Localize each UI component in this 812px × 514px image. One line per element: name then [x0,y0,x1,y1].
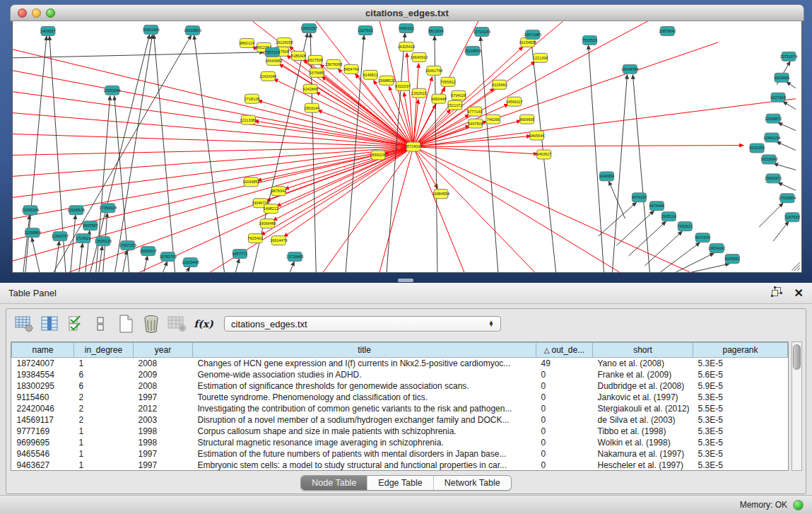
scrollbar-thumb[interactable] [793,344,801,370]
graph-node[interactable]: 16914479 [270,236,287,245]
table-cell[interactable]: Wolkin et al. (1998) [593,437,693,448]
graph-node[interactable]: 15688520 [378,76,395,85]
table-cell[interactable]: 0 [536,369,593,380]
table-row[interactable]: 911546021997Tourette syndrome. Phenomeno… [12,392,788,403]
table-cell[interactable]: 2 [74,414,134,426]
table-cell[interactable]: 0 [536,392,593,403]
graph-node[interactable]: 9990448 [431,94,446,103]
network-view-window[interactable]: citations_edges.txt 18724007986012489129… [10,4,804,278]
graph-node[interactable]: 12213382 [240,115,257,124]
table-selector-dropdown[interactable]: citations_edges.txt ▲▼ [224,316,501,332]
graph-node[interactable]: 2409557 [40,26,55,35]
table-cell[interactable]: 1997 [134,460,193,471]
table-cell[interactable]: 2012 [134,403,193,414]
panel-divider-handle[interactable] [398,279,413,282]
graph-node[interactable]: 23676068 [325,59,342,69]
table-cell[interactable]: 9699695 [12,437,74,448]
graph-node[interactable]: 8215955 [749,144,764,153]
table-cell[interactable]: 6 [74,380,134,392]
graph-node[interactable]: 12923448 [182,258,199,267]
table-cell[interactable]: Estimation of significance thresholds fo… [193,380,536,392]
table-cell[interactable]: Jankovic et al. (1997) [593,392,693,403]
graph-node[interactable]: 7955812 [440,77,455,86]
table-cell[interactable]: Changes of HCN gene expression and I(f) … [193,358,536,369]
table-cell[interactable]: Stergiakouli et al. (2012) [593,403,693,414]
table-cell[interactable]: 49 [536,358,593,369]
graph-node[interactable]: 19166852 [242,177,259,187]
graph-node[interactable]: 1498222 [264,204,278,214]
graph-node[interactable]: 8322037 [395,81,410,90]
table-cell[interactable]: 22420046 [12,403,74,414]
graph-node[interactable]: 7932621 [678,222,693,231]
table-cell[interactable]: Tibbo et al. (1998) [593,426,693,437]
graph-node[interactable]: 20876842 [659,26,676,35]
graph-node[interactable]: 9115460 [492,80,507,89]
graph-node[interactable]: 9227343 [770,93,785,102]
table-cell[interactable]: 0 [536,403,593,414]
graph-node[interactable]: 8454749 [343,64,358,74]
table-cell[interactable]: 1 [74,460,134,471]
tab-network-table[interactable]: Network Table [434,476,511,490]
table-cell[interactable]: 19384554 [12,369,74,380]
graph-node[interactable]: 2803144 [305,103,319,112]
column-header-indegree[interactable]: in_degree [74,343,134,358]
graph-node[interactable]: 17359928 [100,204,117,213]
graph-node[interactable]: 746266 [486,115,500,124]
graph-node[interactable]: 1167533 [785,213,800,222]
graph-node[interactable]: 15692971 [765,174,782,183]
graph-node[interactable]: 2718126 [245,94,259,103]
table-cell[interactable]: Dudbridge et al. (2008) [593,380,693,392]
table-cell[interactable]: 2008 [134,358,193,369]
graph-node[interactable]: 9457771 [233,250,247,259]
graph-node[interactable]: 16671985 [524,30,541,39]
table-cell[interactable]: 2009 [134,369,193,380]
graph-node[interactable]: 17957253 [119,241,136,250]
table-cell[interactable]: 5.6E-5 [693,369,788,380]
delete-trash-icon[interactable] [141,314,162,334]
table-cell[interactable]: 1998 [134,426,193,437]
graph-node[interactable]: 6794028 [451,90,466,100]
graph-node[interactable]: 16782759 [159,252,176,262]
graph-node[interactable]: 1527602 [358,25,372,35]
table-cell[interactable]: 5.3E-5 [693,460,788,471]
graph-node[interactable]: 15226058 [276,37,293,47]
table-row[interactable]: 969969511998Structural magnetic resonanc… [12,437,788,448]
graph-node[interactable]: 15218506 [464,46,481,55]
table-cell[interactable]: 1 [74,358,134,369]
table-cell[interactable]: 9777169 [12,426,74,437]
graph-node[interactable]: 15718485 [286,252,303,262]
table-cell[interactable]: Yano et al. (2008) [593,358,693,369]
column-header-year[interactable]: year [134,343,193,358]
table-cell[interactable]: Tourette syndrome. Phenomenology and cla… [193,392,536,403]
table-row[interactable]: 946362711997Embryonic stem cells: a mode… [12,460,788,471]
graph-node[interactable]: 9474444 [649,201,664,211]
graph-node[interactable]: 9860124 [240,38,254,47]
table-cell[interactable]: 1997 [134,392,193,403]
graph-node[interactable]: 16210643 [760,155,777,164]
table-cell[interactable]: 0 [536,460,593,471]
graph-node[interactable]: 9465546 [529,131,544,140]
graph-node[interactable]: 8186328 [291,51,306,60]
graph-node[interactable]: 10653257 [300,23,317,33]
graph-node[interactable]: 16543982 [265,56,282,65]
table-cell[interactable]: 1 [74,448,134,460]
table-row[interactable]: 977716911998Corpus callosum shape and si… [12,426,788,437]
table-cell[interactable]: Franke et al. (2009) [593,369,693,380]
network-window-titlebar[interactable]: citations_edges.txt [10,4,804,21]
graph-node[interactable]: 1640954 [599,172,614,181]
graph-node[interactable]: 9878342 [271,187,286,196]
graph-node[interactable]: 9466162 [399,23,413,33]
graph-node[interactable]: 19099489 [259,219,276,228]
network-canvas[interactable]: 1872400798601248912954152260589827508165… [12,21,802,273]
canvas-resize-grip[interactable] [792,262,800,271]
graph-node[interactable]: 9327508 [308,55,323,64]
table-cell[interactable]: Disruption of a novel member of a sodium… [193,414,536,426]
table-row[interactable]: 2242004622012Investigating the contribut… [12,403,788,414]
table-cell[interactable]: 1 [74,426,134,437]
table-cell[interactable]: 9465546 [12,448,74,460]
new-table-icon[interactable] [115,314,136,334]
table-cell[interactable]: 5.3E-5 [693,448,788,460]
graph-node[interactable]: 1362615 [411,88,426,98]
table-cell[interactable]: 5.9E-5 [693,380,788,392]
column-header-outde[interactable]: △out_de... [536,343,593,358]
